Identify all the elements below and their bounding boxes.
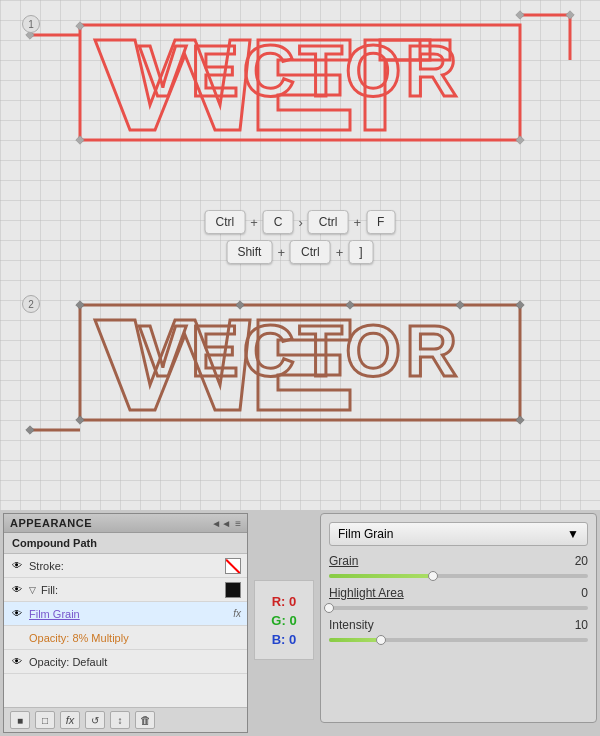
svg-rect-5 bbox=[516, 11, 524, 19]
film-grain-dropdown-label: Film Grain bbox=[338, 527, 393, 541]
appearance-content: Compound Path 👁 Stroke: 👁 ▽ Fill: 👁 Film… bbox=[4, 533, 247, 707]
opacity-default-label: Opacity: Default bbox=[29, 656, 241, 668]
intensity-slider-track[interactable] bbox=[329, 638, 588, 642]
double-arrow-icon[interactable]: ◄◄ bbox=[211, 518, 231, 529]
key-ctrl-2[interactable]: Ctrl bbox=[308, 210, 349, 234]
menu-icon[interactable]: ≡ bbox=[235, 518, 241, 529]
stroke-label: Stroke: bbox=[29, 560, 220, 572]
plus-symbol-3: + bbox=[277, 245, 285, 260]
svg-rect-6 bbox=[566, 11, 574, 19]
appearance-toolbar: ■ □ fx ↺ ↕ 🗑 bbox=[4, 707, 247, 732]
b-value: B: 0 bbox=[272, 632, 297, 647]
vector-text-bottom: VECTOR bbox=[139, 310, 462, 392]
intensity-label: Intensity bbox=[329, 618, 374, 632]
intensity-row: Intensity 10 bbox=[329, 618, 588, 642]
highlight-area-row-header: Highlight Area 0 bbox=[329, 586, 588, 600]
grain-row-header: Grain 20 bbox=[329, 554, 588, 568]
dropdown-arrow-icon: ▼ bbox=[567, 527, 579, 541]
svg-rect-12 bbox=[76, 301, 84, 309]
key-ctrl-3[interactable]: Ctrl bbox=[290, 240, 331, 264]
key-bracket[interactable]: ] bbox=[348, 240, 373, 264]
svg-rect-16 bbox=[26, 426, 34, 434]
svg-rect-19 bbox=[456, 301, 464, 309]
appearance-title-bar: APPEARANCE ◄◄ ≡ bbox=[4, 514, 247, 533]
key-c[interactable]: C bbox=[263, 210, 294, 234]
plus-symbol-2: + bbox=[354, 215, 362, 230]
grain-slider-fill bbox=[329, 574, 433, 578]
film-grain-dropdown[interactable]: Film Grain ▼ bbox=[329, 522, 588, 546]
intensity-slider-thumb[interactable] bbox=[376, 635, 386, 645]
grain-slider-thumb[interactable] bbox=[428, 571, 438, 581]
fill-expand-icon[interactable]: ▽ bbox=[29, 585, 36, 595]
key-f[interactable]: F bbox=[366, 210, 395, 234]
appearance-title: APPEARANCE bbox=[10, 517, 92, 529]
svg-rect-8 bbox=[516, 136, 524, 144]
fill-visibility-icon[interactable]: 👁 bbox=[10, 583, 24, 597]
intensity-value: 10 bbox=[563, 618, 588, 632]
opacity-visibility-icon[interactable]: 👁 bbox=[10, 655, 24, 669]
fill-row: 👁 ▽ Fill: bbox=[4, 578, 247, 602]
grain-slider-track[interactable] bbox=[329, 574, 588, 578]
key-shift[interactable]: Shift bbox=[226, 240, 272, 264]
film-grain-label[interactable]: Film Grain bbox=[29, 608, 226, 620]
rgb-display: R: 0 G: 0 B: 0 bbox=[254, 580, 314, 660]
shortcut-area: Ctrl + C › Ctrl + F Shift + Ctrl + ] bbox=[205, 210, 396, 264]
compound-path-header: Compound Path bbox=[4, 533, 247, 554]
svg-rect-13 bbox=[516, 301, 524, 309]
highlight-area-value: 0 bbox=[563, 586, 588, 600]
appearance-panel-controls[interactable]: ◄◄ ≡ bbox=[211, 518, 241, 529]
key-ctrl-1[interactable]: Ctrl bbox=[205, 210, 246, 234]
g-value: G: 0 bbox=[271, 613, 296, 628]
highlight-area-row: Highlight Area 0 bbox=[329, 586, 588, 610]
delete-button[interactable]: 🗑 bbox=[135, 711, 155, 729]
fill-label: Fill: bbox=[41, 584, 220, 596]
grain-row: Grain 20 bbox=[329, 554, 588, 578]
circle-marker-2: 2 bbox=[22, 295, 40, 313]
opacity-multiply-label[interactable]: Opacity: 8% Multiply bbox=[29, 632, 241, 644]
r-value: R: 0 bbox=[272, 594, 297, 609]
plus-symbol-4: + bbox=[336, 245, 344, 260]
opacity-multiply-row: Opacity: 8% Multiply bbox=[4, 626, 247, 650]
svg-rect-15 bbox=[516, 416, 524, 424]
fx-badge: fx bbox=[233, 608, 241, 619]
film-grain-visibility-icon[interactable]: 👁 bbox=[10, 607, 24, 621]
highlight-slider-thumb[interactable] bbox=[324, 603, 334, 613]
new-layer-button[interactable]: ■ bbox=[10, 711, 30, 729]
intensity-row-header: Intensity 10 bbox=[329, 618, 588, 632]
shortcut-row-2: Shift + Ctrl + ] bbox=[226, 240, 373, 264]
arrow-symbol: › bbox=[298, 215, 302, 230]
fx-button[interactable]: fx bbox=[60, 711, 80, 729]
highlight-slider-track[interactable] bbox=[329, 606, 588, 610]
fill-swatch[interactable] bbox=[225, 582, 241, 598]
stroke-visibility-icon[interactable]: 👁 bbox=[10, 559, 24, 573]
plus-symbol-1: + bbox=[250, 215, 258, 230]
stroke-row: 👁 Stroke: bbox=[4, 554, 247, 578]
new-fill-button[interactable]: □ bbox=[35, 711, 55, 729]
shortcut-row-1: Ctrl + C › Ctrl + F bbox=[205, 210, 396, 234]
highlight-area-label: Highlight Area bbox=[329, 586, 404, 600]
svg-rect-4 bbox=[76, 22, 84, 30]
appearance-panel: APPEARANCE ◄◄ ≡ Compound Path 👁 Stroke: … bbox=[3, 513, 248, 733]
svg-rect-17 bbox=[236, 301, 244, 309]
svg-rect-14 bbox=[76, 416, 84, 424]
film-grain-panel: Film Grain ▼ Grain 20 Highlight Area 0 bbox=[320, 513, 597, 723]
intensity-slider-fill bbox=[329, 638, 381, 642]
stroke-swatch[interactable] bbox=[225, 558, 241, 574]
canvas-area: VECTOR VECTOR 1 2 Ctrl + C › Ctrl + F Sh… bbox=[0, 0, 600, 510]
vector-text-top: VECTOR bbox=[139, 30, 462, 112]
grain-label: Grain bbox=[329, 554, 358, 568]
circle-marker-1: 1 bbox=[22, 15, 40, 33]
bottom-panel: APPEARANCE ◄◄ ≡ Compound Path 👁 Stroke: … bbox=[0, 510, 600, 736]
svg-rect-7 bbox=[76, 136, 84, 144]
clear-button[interactable]: ↺ bbox=[85, 711, 105, 729]
copy-button[interactable]: ↕ bbox=[110, 711, 130, 729]
film-grain-row: 👁 Film Grain fx bbox=[4, 602, 247, 626]
svg-rect-18 bbox=[346, 301, 354, 309]
grain-value: 20 bbox=[563, 554, 588, 568]
opacity-default-row: 👁 Opacity: Default bbox=[4, 650, 247, 674]
